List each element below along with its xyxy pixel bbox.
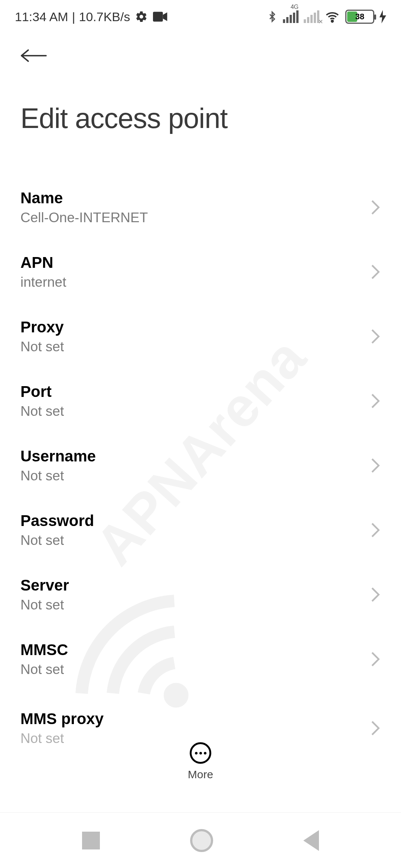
row-username[interactable]: Username Not set — [20, 433, 381, 498]
row-value: Not set — [20, 468, 96, 484]
header: Edit access point — [0, 33, 401, 134]
status-right: 4G ✕ 38 — [267, 9, 386, 24]
svg-rect-1 — [153, 12, 163, 22]
row-name[interactable]: Name Cell-One-INTERNET — [20, 175, 381, 240]
row-label: Password — [20, 512, 94, 530]
settings-icon — [135, 10, 148, 23]
chevron-right-icon — [370, 586, 381, 603]
row-value: Not set — [20, 597, 69, 613]
row-value: Not set — [20, 404, 64, 419]
more-label: More — [188, 768, 213, 781]
row-port[interactable]: Port Not set — [20, 369, 381, 433]
nav-home-button[interactable] — [190, 829, 213, 852]
row-server[interactable]: Server Not set — [20, 562, 381, 627]
back-button[interactable] — [20, 41, 50, 70]
battery-percent: 38 — [346, 12, 373, 22]
status-sep: | — [72, 10, 75, 24]
chevron-right-icon — [370, 393, 381, 409]
network-badge: 4G — [291, 4, 299, 10]
row-proxy[interactable]: Proxy Not set — [20, 304, 381, 369]
row-password[interactable]: Password Not set — [20, 498, 381, 562]
chevron-right-icon — [370, 522, 381, 538]
row-label: Username — [20, 447, 96, 465]
battery-icon: 38 — [345, 10, 374, 24]
nav-back-button[interactable] — [303, 830, 319, 851]
row-label: Name — [20, 189, 148, 207]
row-label: Server — [20, 576, 69, 594]
chevron-right-icon — [370, 264, 381, 280]
row-value: Not set — [20, 339, 64, 355]
settings-list: Name Cell-One-INTERNET APN internet Prox… — [0, 175, 401, 751]
arrow-left-icon — [20, 47, 47, 65]
status-bar: 11:34 AM | 10.7KB/s 4G ✕ 38 — [0, 0, 401, 33]
signal-sim1: 4G — [283, 10, 299, 23]
chevron-right-icon — [370, 457, 381, 474]
charging-icon — [379, 10, 386, 23]
chevron-right-icon — [370, 720, 381, 736]
status-time: 11:34 AM — [15, 10, 68, 24]
chevron-right-icon — [370, 199, 381, 216]
signal-sim2: ✕ — [304, 10, 319, 23]
nav-recent-button[interactable] — [82, 832, 100, 849]
chevron-right-icon — [370, 651, 381, 667]
row-value: Not set — [20, 662, 68, 677]
chevron-right-icon — [370, 328, 381, 345]
wifi-icon — [325, 10, 340, 23]
row-label: APN — [20, 254, 66, 272]
system-nav-bar — [0, 812, 401, 868]
camera-icon — [153, 11, 168, 22]
row-mmsc[interactable]: MMSC Not set — [20, 627, 381, 691]
row-label: MMSC — [20, 641, 68, 659]
row-value: internet — [20, 274, 66, 290]
row-label: MMS proxy — [20, 710, 104, 728]
bluetooth-icon — [267, 9, 278, 24]
status-speed: 10.7KB/s — [79, 10, 130, 24]
row-value: Not set — [20, 533, 94, 548]
row-label: Port — [20, 383, 64, 401]
row-apn[interactable]: APN internet — [20, 240, 381, 304]
page-title: Edit access point — [20, 102, 381, 134]
row-mms-proxy[interactable]: MMS proxy Not set — [20, 691, 381, 751]
svg-point-2 — [332, 20, 333, 22]
row-label: Proxy — [20, 318, 64, 336]
row-value: Not set — [20, 731, 104, 746]
status-left: 11:34 AM | 10.7KB/s — [15, 10, 168, 24]
row-value: Cell-One-INTERNET — [20, 210, 148, 226]
